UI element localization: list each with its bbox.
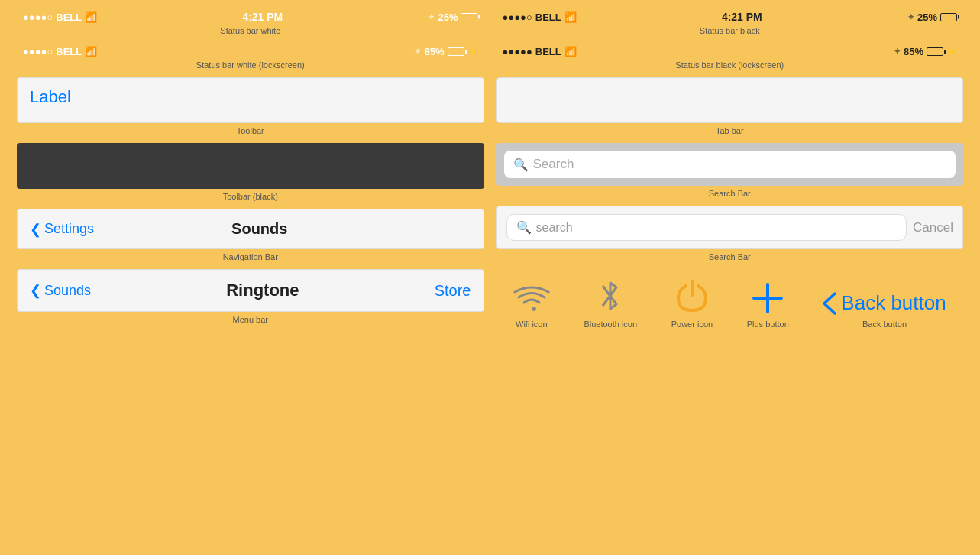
wifi-black: 📶 xyxy=(564,11,577,23)
carrier-wl: BELL xyxy=(56,46,82,57)
battery-pct-white: 25% xyxy=(438,11,458,23)
nav-back[interactable]: ❮ Settings xyxy=(30,221,94,238)
battery-bar-bl xyxy=(927,47,943,56)
nav-title: Sounds xyxy=(231,220,287,238)
status-label-black-lockscreen: Status bar black (lockscreen) xyxy=(496,60,964,70)
status-label-black: Status bar black xyxy=(496,26,964,35)
status-left-black: ●●●●○ BELL 📶 xyxy=(503,11,577,23)
menu-store-button[interactable]: Store xyxy=(435,282,471,300)
status-right-black: ✦ 25% xyxy=(907,11,957,23)
power-icon-label: Power icon xyxy=(671,320,713,329)
battery-pct-bl: 85% xyxy=(904,46,923,57)
tab-bar-label: Tab bar xyxy=(716,126,744,135)
tab-bar xyxy=(496,77,964,123)
status-right-white: ✦ 25% xyxy=(428,11,477,23)
toolbar-label: Label xyxy=(30,87,71,106)
battery-pct-black: 25% xyxy=(917,11,937,23)
plus-icon-item: Plus button xyxy=(747,281,789,329)
status-left-bl: ●●●●● BELL 📶 xyxy=(503,46,577,57)
time-black: 4:21 PM xyxy=(722,11,762,23)
signal-dots-wl: ●●●●○ xyxy=(23,46,53,57)
signal-dots-white: ●●●●○ xyxy=(23,11,53,23)
search-bar-1-label: Search Bar xyxy=(709,189,751,198)
toolbar-white: Label xyxy=(17,77,484,123)
status-left-wl: ●●●●○ BELL 📶 xyxy=(23,46,97,57)
toolbar-black xyxy=(17,143,484,189)
carrier-white: BELL xyxy=(56,11,82,23)
search-bar-inner-1: 🔍 Search xyxy=(504,151,956,178)
search-bar-2-label: Search Bar xyxy=(709,252,751,261)
status-bar-black-lockscreen: ●●●●● BELL 📶 ✦ 85% ⚡ xyxy=(496,43,964,60)
search-icon-1: 🔍 xyxy=(513,157,529,172)
toolbar-white-wrap: Label Toolbar xyxy=(17,77,484,135)
back-chevron-icon xyxy=(823,292,836,315)
back-button-label: Back button xyxy=(862,320,907,329)
wifi-bl: 📶 xyxy=(564,46,577,57)
menu-title: Ringtone xyxy=(226,281,299,300)
plus-icon xyxy=(751,281,784,315)
search-cancel-button[interactable]: Cancel xyxy=(913,220,953,235)
bt-icon-bl: ✦ xyxy=(894,47,901,57)
back-button-display: Back button xyxy=(823,291,946,315)
bt-icon-white: ✦ xyxy=(428,12,435,22)
search-icon-2: 🔍 xyxy=(516,220,532,235)
icons-row: Wifi icon Bluetooth icon Power icon xyxy=(496,269,964,336)
bt-icon-wl: ✦ xyxy=(414,47,421,57)
status-label-white-lockscreen: Status bar white (lockscreen) xyxy=(17,60,484,70)
search-bar-2-wrap: 🔍 search Cancel Search Bar xyxy=(496,206,964,261)
back-icon-item: Back button Back button xyxy=(823,291,946,329)
nav-back-chevron: ❮ xyxy=(30,221,41,238)
search-placeholder-1: Search xyxy=(533,157,574,172)
search-bar-2: 🔍 search Cancel xyxy=(496,206,964,249)
power-icon xyxy=(675,278,709,315)
status-right-wl: ✦ 85% ⚡ xyxy=(414,46,477,57)
wifi-icon-item: Wifi icon xyxy=(513,284,550,329)
menu-bar-wrap: ❮ Sounds Ringtone Store Menu bar xyxy=(17,269,484,324)
lightning-wl: ⚡ xyxy=(467,47,478,57)
signal-dots-black: ●●●●○ xyxy=(503,11,532,23)
search-bar-1-wrap: 🔍 Search Search Bar xyxy=(496,143,964,198)
lightning-bl: ⚡ xyxy=(946,47,957,57)
status-right-bl: ✦ 85% ⚡ xyxy=(894,46,957,57)
bluetooth-icon-label: Bluetooth icon xyxy=(584,320,637,329)
time-white: 4:21 PM xyxy=(242,11,283,23)
nav-bar: ❮ Settings Sounds xyxy=(17,209,484,249)
search-input-area[interactable]: 🔍 search xyxy=(506,214,907,241)
battery-bar-white xyxy=(461,13,477,21)
wifi-white: 📶 xyxy=(85,11,97,23)
power-icon-item: Power icon xyxy=(671,278,713,329)
nav-back-label: Settings xyxy=(44,221,94,237)
battery-pct-wl: 85% xyxy=(424,46,444,57)
bluetooth-icon-item: Bluetooth icon xyxy=(584,277,637,329)
wifi-icon xyxy=(513,284,550,315)
status-left-white: ●●●●○ BELL 📶 xyxy=(23,11,97,23)
status-label-white: Status bar white xyxy=(17,26,484,35)
menu-back[interactable]: ❮ Sounds xyxy=(30,282,91,299)
menu-back-label: Sounds xyxy=(44,283,91,299)
search-bar-1[interactable]: 🔍 Search xyxy=(496,143,964,186)
bt-icon-black: ✦ xyxy=(907,12,914,22)
wifi-icon-label: Wifi icon xyxy=(516,320,548,329)
menu-back-chevron: ❮ xyxy=(30,282,41,299)
nav-bar-label: Navigation Bar xyxy=(223,252,278,261)
search-placeholder-2: search xyxy=(536,221,573,235)
carrier-bl: BELL xyxy=(535,46,561,57)
plus-icon-label: Plus button xyxy=(747,320,789,329)
menu-bar: ❮ Sounds Ringtone Store xyxy=(17,269,484,312)
battery-bar-wl xyxy=(448,47,464,56)
carrier-black: BELL xyxy=(535,11,561,23)
status-bar-white-lockscreen: ●●●●○ BELL 📶 ✦ 85% ⚡ xyxy=(17,43,484,60)
status-bar-black: ●●●●○ BELL 📶 4:21 PM ✦ 25% xyxy=(496,8,964,26)
toolbar-black-label: Toolbar (black) xyxy=(223,192,278,201)
nav-bar-wrap: ❮ Settings Sounds Navigation Bar xyxy=(17,209,484,261)
tab-bar-wrap: Tab bar xyxy=(496,77,964,135)
bluetooth-icon xyxy=(597,277,624,315)
signal-dots-bl: ●●●●● xyxy=(503,46,532,57)
wifi-wl: 📶 xyxy=(85,46,97,57)
menu-bar-label: Menu bar xyxy=(233,315,268,324)
back-text: Back button xyxy=(841,291,946,315)
toolbar-black-wrap: Toolbar (black) xyxy=(17,143,484,201)
status-bar-white: ●●●●○ BELL 📶 4:21 PM ✦ 25% xyxy=(17,8,484,26)
toolbar-white-label: Toolbar xyxy=(237,126,264,135)
battery-bar-black xyxy=(940,13,957,21)
